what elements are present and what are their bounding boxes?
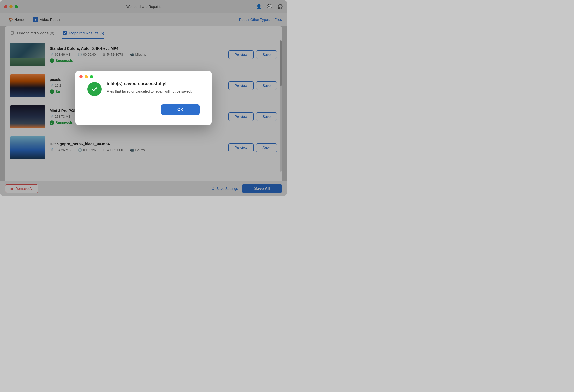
modal-overlay: 5 file(s) saved successfully! Files that… [0,0,287,196]
dialog-title: 5 file(s) saved successfully! [107,81,200,86]
dialog-content: 5 file(s) saved successfully! Files that… [87,81,200,96]
success-check-icon [87,82,102,96]
dialog-controls[interactable] [79,75,93,78]
dialog-close-button[interactable] [79,75,83,78]
success-dialog: 5 file(s) saved successfully! Files that… [75,71,212,125]
dialog-text: 5 file(s) saved successfully! Files that… [107,81,200,94]
ok-button[interactable]: OK [161,104,200,115]
dialog-fullscreen-button[interactable] [90,75,93,78]
dialog-subtitle: Files that failed or canceled to repair … [107,89,200,94]
dialog-actions: OK [87,104,200,115]
dialog-minimize-button[interactable] [85,75,88,78]
